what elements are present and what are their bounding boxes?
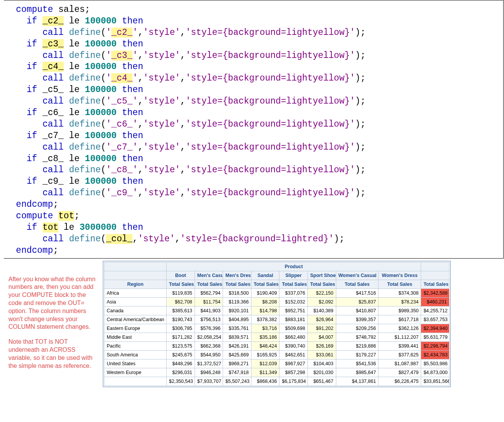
table-row: Canada$385,613$441,903$920,101$14,798$95… — [104, 306, 449, 315]
report-table: ProductBootMen's CasualMen's DressSandal… — [104, 262, 449, 386]
region-cell — [104, 377, 167, 386]
value-cell: $378,382 — [251, 315, 279, 324]
value-cell: $756,513 — [195, 315, 223, 324]
value-cell: $190,743 — [167, 315, 195, 324]
value-cell: $152,032 — [279, 297, 308, 306]
total-sales-header: Total Sales — [279, 280, 308, 288]
value-cell: $946,248 — [195, 368, 223, 377]
value-cell: $318,500 — [223, 288, 251, 297]
value-cell: $22,150 — [307, 288, 336, 297]
value-cell: $541,536 — [336, 359, 378, 368]
product-header: Boot — [167, 271, 195, 280]
value-cell: $4,007 — [307, 333, 336, 341]
sidenote-p1: After you know what the column numbers a… — [8, 275, 99, 331]
value-cell: $337,076 — [279, 288, 308, 297]
value-cell: $969,271 — [223, 359, 251, 368]
value-cell: $171,282 — [167, 333, 195, 341]
summary-cell: $6,226,475 — [378, 377, 421, 386]
value-cell: $78,234 — [378, 297, 421, 306]
region-cell: Middle East — [104, 333, 167, 341]
value-cell: $404,895 — [223, 315, 251, 324]
table-row: United States$448,296$1,372,527$969,271$… — [104, 359, 449, 368]
value-cell: $119,366 — [223, 297, 251, 306]
table-row: Middle East$171,282$2,058,254$839,571$35… — [104, 333, 449, 341]
total-cell: $3,657,753 — [421, 315, 449, 324]
total-cell: $2,342,588 — [421, 288, 449, 297]
corner-cell — [104, 271, 167, 280]
product-header: Sandal — [251, 271, 279, 280]
table-row: Africa$119,835$562,794$318,500$190,409$3… — [104, 288, 449, 297]
value-cell: $2,092 — [307, 297, 336, 306]
value-cell: $11,754 — [195, 297, 223, 306]
value-cell: $747,918 — [223, 368, 251, 377]
total-cell: $2,394,940 — [421, 324, 449, 333]
total-sales-header: Total Sales — [421, 280, 449, 288]
value-cell: $201,030 — [307, 368, 336, 377]
corner-cell — [421, 262, 449, 271]
value-cell: $1,087,987 — [378, 359, 421, 368]
value-cell: $410,807 — [336, 306, 378, 315]
region-cell: United States — [104, 359, 167, 368]
total-sales-header: Total Sales — [378, 280, 421, 288]
total-cell: $460,231 — [421, 297, 449, 306]
value-cell: $426,191 — [223, 341, 251, 350]
summary-cell: $2,350,543 — [167, 377, 195, 386]
value-cell: $425,669 — [223, 350, 251, 359]
table-row: South America$245,675$544,950$425,669$16… — [104, 350, 449, 359]
value-cell: $8,208 — [251, 297, 279, 306]
value-cell: $14,798 — [251, 306, 279, 315]
value-cell: $562,794 — [195, 288, 223, 297]
product-header: Women's Dress — [378, 271, 421, 280]
report-table-wrap: ProductBootMen's CasualMen's DressSandal… — [103, 261, 451, 387]
summary-cell: $5,507,243 — [223, 377, 251, 386]
product-header: Men's Dress — [223, 271, 251, 280]
region-cell: Eastern Europe — [104, 324, 167, 333]
region-cell: Central America/Caribbean — [104, 315, 167, 324]
corner-cell — [104, 262, 167, 271]
value-cell: $385,613 — [167, 306, 195, 315]
region-cell: Canada — [104, 306, 167, 315]
value-cell: $306,785 — [167, 324, 195, 333]
summary-row: $2,350,543$7,933,707$5,507,243$868,436$6… — [104, 377, 449, 386]
value-cell: $448,296 — [167, 359, 195, 368]
summary-cell: $868,436 — [251, 377, 279, 386]
value-cell: $399,357 — [336, 315, 378, 324]
total-cell: $4,873,000 — [421, 368, 449, 377]
value-cell: $1,112,207 — [378, 333, 421, 341]
value-cell: $48,424 — [251, 341, 279, 350]
value-cell: $617,718 — [378, 315, 421, 324]
table-row: Central America/Caribbean$190,743$756,51… — [104, 315, 449, 324]
value-cell: $839,571 — [223, 333, 251, 341]
value-cell: $25,837 — [336, 297, 378, 306]
region-cell: South America — [104, 350, 167, 359]
value-cell: $544,950 — [195, 350, 223, 359]
table-row: Eastern Europe$306,785$576,396$335,761$3… — [104, 324, 449, 333]
summary-cell: $7,933,707 — [195, 377, 223, 386]
value-cell: $441,903 — [195, 306, 223, 315]
total-sales-header: Total Sales — [223, 280, 251, 288]
value-cell: $26,964 — [307, 315, 336, 324]
value-cell: $662,480 — [279, 333, 308, 341]
value-cell: $179,227 — [336, 350, 378, 359]
table-row: Asia$62,708$11,754$119,366$8,208$152,032… — [104, 297, 449, 306]
total-cell: $2,434,783 — [421, 350, 449, 359]
value-cell: $3,716 — [251, 324, 279, 333]
summary-cell: $4,137,861 — [336, 377, 378, 386]
total-cell: $4,255,712 — [421, 306, 449, 315]
total-sales-header: Total Sales — [336, 280, 378, 288]
sidenote-p2: Note that TOT is NOT underneath an ACROS… — [8, 338, 99, 370]
product-spanner: Product — [167, 262, 421, 271]
value-cell: $989,350 — [378, 306, 421, 315]
value-cell: $985,647 — [336, 368, 378, 377]
value-cell: $35,186 — [251, 333, 279, 341]
region-cell: Asia — [104, 297, 167, 306]
summary-total-cell: $33,851,566 — [421, 377, 449, 386]
total-sales-header: Total Sales — [307, 280, 336, 288]
value-cell: $920,101 — [223, 306, 251, 315]
summary-cell: $6,175,834 — [279, 377, 308, 386]
region-header: Region — [104, 280, 167, 288]
value-cell: $209,256 — [336, 324, 378, 333]
summary-cell: $651,467 — [307, 377, 336, 386]
value-cell: $362,126 — [378, 324, 421, 333]
value-cell: $1,372,527 — [195, 359, 223, 368]
